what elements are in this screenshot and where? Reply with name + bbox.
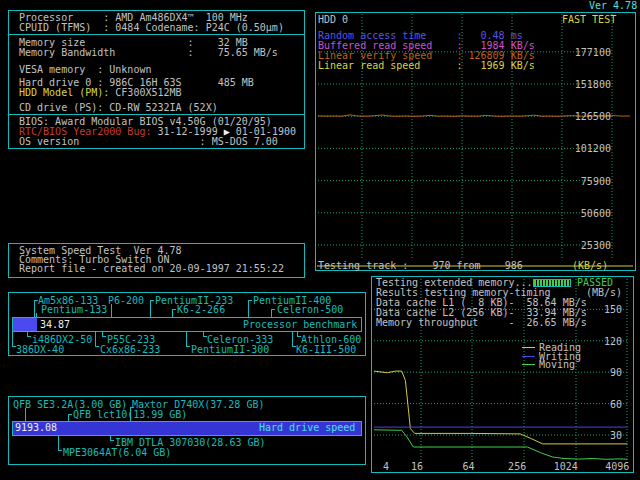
benchmark-marker-label: MPE3064AT(6.04 GB) xyxy=(63,448,171,458)
text-row: Report file - created on 20-09-1997 21:5… xyxy=(19,264,284,274)
text-row: CPUID (TFMS) : 0484 Codename: P24C (0.50… xyxy=(19,23,284,33)
text-row: VESA memory : Unknown xyxy=(19,65,151,75)
drive-benchmark-title: Hard drive speed xyxy=(259,423,355,433)
benchmark-marker-label: QFB lct10(13.99 GB) xyxy=(73,410,187,420)
text-row: CD drive (PS): CD-RW 5232IA (52X) xyxy=(19,103,218,113)
text-row: HDD Model (PM): CF300X512MB xyxy=(19,88,182,98)
benchmark-marker-tick xyxy=(186,332,190,347)
memory-test-progress-bar xyxy=(533,279,571,287)
benchmark-marker-tick xyxy=(36,313,40,318)
benchmark-marker-label: K6-2-266 xyxy=(177,305,225,315)
benchmark-marker-tick xyxy=(248,300,252,318)
progress-blocks xyxy=(534,280,570,286)
hdd-test-title: HDD 0 xyxy=(318,15,348,25)
hdd-chart-unit: (KB/s) xyxy=(572,261,608,271)
axis-tick-label: 150 xyxy=(604,305,622,315)
benchmark-marker-tick xyxy=(95,332,99,347)
divider xyxy=(8,114,305,115)
legend-reading-dash xyxy=(522,347,535,348)
legend-writing-dash xyxy=(522,356,535,357)
benchmark-marker-label: 386DX-40 xyxy=(16,345,64,355)
version-label: Ver 4.78 xyxy=(589,1,637,11)
axis-tick-label: 126500 xyxy=(575,112,611,122)
speedsys-screen: Ver 4.78 34.87 Processor benchmark 9193.… xyxy=(0,0,640,480)
axis-tick-label: 4 xyxy=(383,462,389,472)
hdd-test-footer: Testing track : 970 from 986 xyxy=(318,261,523,271)
axis-tick-label: 25300 xyxy=(581,241,611,251)
benchmark-marker-tick xyxy=(68,414,72,422)
drive-benchmark-value: 9193.08 xyxy=(15,423,57,433)
axis-tick-label: 30 xyxy=(610,431,622,441)
benchmark-marker-tick xyxy=(25,408,29,422)
benchmark-marker-label: K6-III-500 xyxy=(296,345,356,355)
cpu-benchmark-bar-fill xyxy=(13,318,37,331)
benchmark-marker-tick xyxy=(110,436,114,441)
benchmark-marker-tick xyxy=(111,304,115,318)
legend-moving-label: Moving xyxy=(539,360,575,370)
text-row: Linear read speed : 1969 KB/s xyxy=(318,61,535,71)
benchmark-marker-tick xyxy=(102,332,106,337)
axis-tick-label: 75900 xyxy=(581,177,611,187)
axis-tick-label: 90 xyxy=(610,368,622,378)
axis-tick-label: 64 xyxy=(463,462,475,472)
text-row: Memory Bandwidth : 75.65 MB/s xyxy=(19,48,278,58)
axis-tick-label: 1024 xyxy=(554,462,578,472)
cpu-benchmark-title: Processor benchmark xyxy=(243,320,357,330)
legend-moving-dash xyxy=(522,364,535,365)
benchmark-marker-label: Pentium-133 xyxy=(41,305,107,315)
divider xyxy=(8,34,305,35)
benchmark-marker-label: PentiumII-300 xyxy=(191,345,269,355)
axis-tick-label: 177100 xyxy=(575,48,611,58)
axis-tick-label: 120 xyxy=(604,337,622,347)
hdd-test-mode-badge: FAST TEST xyxy=(562,15,616,25)
benchmark-marker-tick xyxy=(172,309,176,318)
benchmark-marker-tick xyxy=(271,309,275,318)
axis-tick-label: 4096 xyxy=(605,462,629,472)
axis-tick-label: 60 xyxy=(610,400,622,410)
benchmark-marker-tick xyxy=(27,332,31,337)
benchmark-marker-label: Cx6x86-233 xyxy=(100,345,160,355)
memory-chart-unit: (MB/s) xyxy=(586,288,622,298)
axis-tick-label: 101200 xyxy=(575,144,611,154)
axis-tick-label: 256 xyxy=(508,462,526,472)
axis-tick-label: 16 xyxy=(411,462,423,472)
axis-tick-label: 50600 xyxy=(581,209,611,219)
axis-tick-label: 151800 xyxy=(575,80,611,90)
benchmark-marker-tick xyxy=(150,300,154,318)
cpu-benchmark-value: 34.87 xyxy=(40,320,70,330)
text-row: OS version : MS-DOS 7.00 xyxy=(19,137,278,147)
benchmark-marker-label: Celeron-500 xyxy=(277,305,343,315)
text-row: Memory throughput - 26.65 MB/s xyxy=(376,318,587,328)
benchmark-marker-tick xyxy=(58,436,62,451)
benchmark-marker-label: P6-200 xyxy=(108,296,144,306)
